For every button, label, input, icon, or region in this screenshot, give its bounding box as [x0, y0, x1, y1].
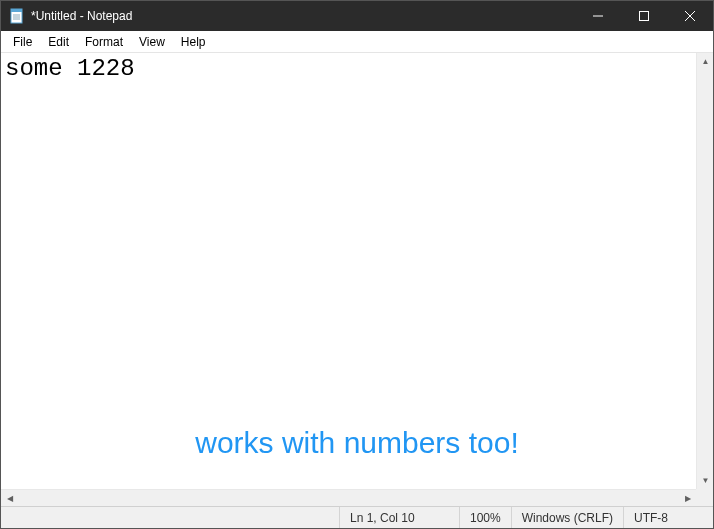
- menu-help[interactable]: Help: [173, 33, 214, 51]
- window-title: *Untitled - Notepad: [31, 9, 132, 23]
- window-controls: [575, 1, 713, 31]
- status-encoding: UTF-8: [623, 507, 713, 528]
- horizontal-scrollbar[interactable]: ◀ ▶: [1, 489, 696, 506]
- text-editor[interactable]: some 1228: [1, 53, 696, 489]
- scrollbar-corner: [696, 489, 713, 506]
- svg-rect-1: [11, 9, 22, 12]
- menubar: File Edit Format View Help: [1, 31, 713, 53]
- notepad-icon: [9, 8, 25, 24]
- scroll-left-icon[interactable]: ◀: [1, 490, 18, 507]
- minimize-button[interactable]: [575, 1, 621, 31]
- maximize-button[interactable]: [621, 1, 667, 31]
- vertical-scrollbar[interactable]: ▲ ▼: [696, 53, 713, 489]
- scroll-down-icon[interactable]: ▼: [697, 472, 714, 489]
- scroll-up-icon[interactable]: ▲: [697, 53, 714, 70]
- menu-file[interactable]: File: [5, 33, 40, 51]
- status-zoom: 100%: [459, 507, 511, 528]
- status-line-ending: Windows (CRLF): [511, 507, 623, 528]
- menu-edit[interactable]: Edit: [40, 33, 77, 51]
- svg-rect-6: [640, 12, 649, 21]
- menu-view[interactable]: View: [131, 33, 173, 51]
- close-button[interactable]: [667, 1, 713, 31]
- status-cursor-position: Ln 1, Col 10: [339, 507, 459, 528]
- scroll-right-icon[interactable]: ▶: [679, 490, 696, 507]
- menu-format[interactable]: Format: [77, 33, 131, 51]
- titlebar[interactable]: *Untitled - Notepad: [1, 1, 713, 31]
- editor-area: some 1228 ▲ ▼ ◀ ▶: [1, 53, 713, 506]
- statusbar: Ln 1, Col 10 100% Windows (CRLF) UTF-8: [1, 506, 713, 528]
